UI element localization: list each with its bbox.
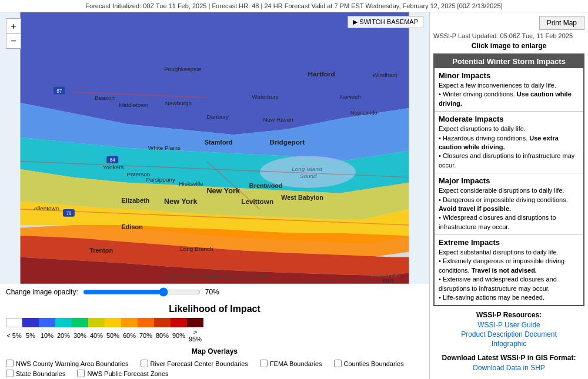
impact-body: Expect disruptions to daily life.• Hazar… [439,125,579,170]
svg-text:Levittown: Levittown [241,197,273,205]
svg-text:Edison: Edison [122,223,143,230]
overlay-label[interactable]: NWS County Warning Area Boundaries [6,360,129,367]
zoom-controls: + − [6,18,21,49]
zoom-out-button[interactable]: − [6,33,21,49]
overlay-label[interactable]: Counties Boundaries [334,360,404,367]
legend-label: 5% [22,332,39,339]
svg-text:Long Island: Long Island [292,166,322,172]
svg-text:Stamford: Stamford [205,139,233,146]
svg-text:Allentown: Allentown [34,205,59,212]
legend-label: 90% [171,332,187,339]
overlay-label[interactable]: River Forecast Center Boundaries [141,360,248,367]
impact-section: Moderate ImpactsExpect disruptions to da… [435,112,583,173]
svg-text:Bridgeport: Bridgeport [269,138,305,146]
svg-text:West Babylon: West Babylon [281,194,323,201]
svg-text:Hisksville: Hisksville [179,180,203,187]
svg-text:Parsippany: Parsippany [146,176,175,183]
legend-swatch [22,318,39,327]
svg-text:Waterbury: Waterbury [252,93,278,100]
legend-label: 50% [105,332,121,339]
resources-links: WSSI-P User GuideProduct Description Doc… [433,321,584,348]
zoom-in-button[interactable]: + [6,18,21,33]
svg-text:Hartford: Hartford [308,70,335,78]
download-section: Download Latest WSSI-P in GIS Format: Do… [433,354,584,373]
legend-swatch [138,318,154,327]
impacts-title: Potential Winter Storm Impacts [435,55,583,68]
impact-section: Major ImpactsExpect considerable disrupt… [435,173,583,235]
svg-text:ESRI, HERE, GARMIN, NGA, USGS,: ESRI, HERE, GARMIN, NGA, USGS, NPS [167,274,268,280]
impact-section: Extreme ImpactsExpect substantial disrup… [435,235,583,305]
legend-label: 10% [39,332,55,339]
legend-label: > 95% [187,328,203,343]
svg-text:84: 84 [110,157,116,163]
legend-swatch [187,318,203,327]
svg-text:New Haven: New Haven [263,116,293,123]
opacity-label: Change image opacity: [6,288,78,296]
download-shp-link[interactable]: Download Data in SHP [433,364,584,372]
overlay-item: Counties Boundaries [334,360,404,367]
svg-text:Middletown: Middletown [119,102,148,108]
opacity-value: 70% [205,288,219,296]
overlay-label[interactable]: State Boundaries [6,370,65,377]
impact-heading: Extreme Impacts [439,238,579,247]
forecast-info-bar: Forecast Initialized: 00Z Tue 11 Feb, 20… [0,0,588,12]
legend-swatch [154,318,171,327]
overlay-checkbox[interactable] [6,360,14,367]
svg-text:Danbury: Danbury [206,113,229,120]
svg-text:White Plains: White Plains [148,145,181,151]
svg-text:New York: New York [164,197,198,206]
resource-link[interactable]: WSSI-P User Guide [433,321,584,329]
impact-body: Expect substantial disruptions to daily … [439,248,579,302]
svg-text:78: 78 [66,211,72,216]
print-map-button[interactable]: Print Map [539,16,584,30]
overlay-checkbox[interactable] [334,360,342,367]
legend-swatch [105,318,121,327]
legend-label: < 5% [6,332,22,339]
svg-text:Long Branch: Long Branch [180,246,213,252]
legend-swatch [72,318,88,327]
overlay-item: State Boundaries [6,370,65,377]
legend-label: 30% [72,332,88,339]
overlay-item: NWS Public Forecast Zones [77,370,168,377]
svg-text:esri: esri [382,277,393,284]
wssi-last-updated: WSSI-P Last Updated: 05:06Z Tue, 11 Feb … [433,32,584,39]
opacity-row: Change image opacity: 70% [0,284,429,300]
legend-label: 60% [121,332,138,339]
resource-link[interactable]: Product Description Document [433,330,584,338]
right-panel: Print Map WSSI-P Last Updated: 05:06Z Tu… [429,12,588,379]
map-overlays-title: Map Overlays [6,347,423,355]
overlay-item: NWS County Warning Area Boundaries [6,360,129,367]
opacity-slider[interactable] [83,287,201,297]
legend-label: 70% [138,332,154,339]
click-enlarge-label[interactable]: Click image to enlarge [433,42,584,50]
legend-swatch [121,318,138,327]
forecast-info-text: Forecast Initialized: 00Z Tue 11 Feb, 20… [85,2,502,9]
overlay-label[interactable]: NWS Public Forecast Zones [77,370,168,377]
overlay-checkbox[interactable] [6,370,14,377]
resource-link[interactable]: Infographic [433,340,584,348]
legend-title: Likelihood of Impact [6,304,423,314]
svg-text:87: 87 [56,89,62,94]
impacts-box: Potential Winter Storm Impacts Minor Imp… [433,53,584,306]
svg-text:New York: New York [206,187,240,195]
switch-basemap-button[interactable]: ▶ SWITCH BASEMAP [348,16,423,28]
legend-labels: < 5%5%10%20%30%40%50%60%70%80%90%> 95% [6,328,423,343]
svg-text:Newburgh: Newburgh [165,100,192,106]
overlay-checkbox[interactable] [260,360,268,367]
overlay-checkbox[interactable] [77,370,85,377]
impacts-sections: Minor ImpactsExpect a few inconveniences… [435,68,583,305]
svg-text:Yonkers: Yonkers [103,164,124,170]
download-title: Download Latest WSSI-P in GIS Format: [433,354,584,362]
map-overlays-section: Map Overlays NWS County Warning Area Bou… [0,345,429,379]
overlay-checkbox[interactable] [141,360,148,367]
svg-text:Windham: Windham [373,72,397,78]
legend-label: 40% [88,332,105,339]
map-svg: Long Island Sound 87 84 78 Hartford Wind… [0,12,429,284]
resources-section: WSSI-P Resources: WSSI-P User GuideProdu… [433,311,584,349]
overlay-label[interactable]: FEMA Boundaries [260,360,322,367]
impact-heading: Moderate Impacts [439,115,579,123]
legend-bar [6,318,423,327]
svg-text:Poughkeepsie: Poughkeepsie [164,66,201,72]
svg-text:Brentwood: Brentwood [249,182,283,189]
svg-text:Elizabeth: Elizabeth [122,197,150,204]
